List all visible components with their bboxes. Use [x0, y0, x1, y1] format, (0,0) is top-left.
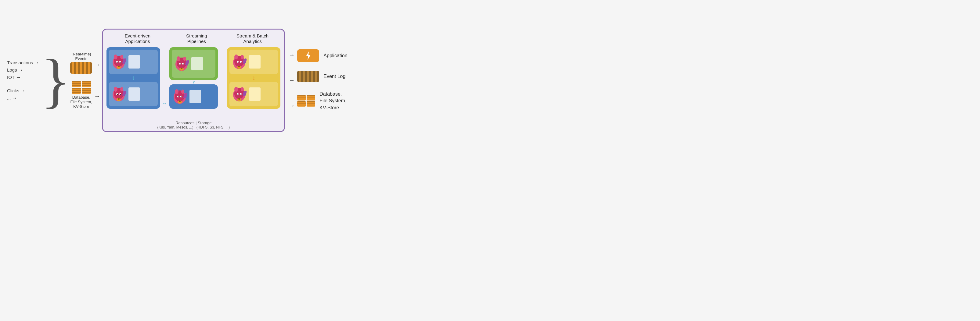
- application-label: Application: [323, 53, 347, 59]
- squirrel-icon-ed-bottom: [111, 85, 127, 103]
- arrow-out-mid: →: [289, 77, 295, 84]
- db-r-3: [307, 95, 315, 101]
- cell-sp-top: [172, 50, 215, 77]
- cell-grid: ↕: [107, 47, 280, 109]
- db-r-1: [297, 95, 306, 101]
- input-row-logs: Logs →: [7, 67, 39, 73]
- db-cyl-4: [82, 88, 91, 94]
- svg-point-13: [120, 87, 123, 92]
- storage-icon-sp: [191, 57, 203, 70]
- input-labels-column: Transactions → Logs → IOT → Clicks → ...…: [7, 60, 39, 101]
- col-streaming-wrapper: ↗: [169, 47, 218, 109]
- spacer1: [7, 82, 39, 86]
- arrow-to-box-top: →: [94, 61, 100, 68]
- storage-icon-an-top: [249, 55, 261, 68]
- svg-point-32: [175, 89, 178, 94]
- squirrel-icon-an-bottom: [231, 85, 247, 103]
- output-application: Application: [297, 49, 347, 62]
- resources-sub: (K8s, Yarn, Mesos, ...) | (HDFS, S3, NFS…: [103, 125, 284, 130]
- svg-point-52: [234, 87, 238, 92]
- database-group: Database,File System,KV-Store: [70, 81, 92, 109]
- lightning-icon: [305, 51, 311, 60]
- events-label: (Real-time)Events: [72, 52, 91, 61]
- streaming-label: StreamingPipelines: [186, 33, 207, 44]
- db-stack-r-col1: [297, 95, 306, 107]
- db-col1: [72, 81, 81, 94]
- diag-arrow: ↗: [191, 79, 196, 85]
- brace-symbol: }: [41, 50, 70, 111]
- horiz-arrow-12: ↔: [162, 101, 167, 106]
- header-streaming: StreamingPipelines: [175, 33, 218, 44]
- main-flink-box: Event-driven Applications StreamingPipel…: [102, 28, 285, 132]
- svg-point-16: [117, 94, 118, 95]
- dots-label: ...: [7, 95, 11, 101]
- col-streaming: [169, 47, 218, 80]
- arrow-dots: →: [12, 95, 17, 101]
- storage-icon-sp-bottom: [189, 90, 201, 103]
- output-database: Database,File System,KV-Store: [297, 91, 347, 111]
- svg-point-6: [117, 62, 118, 62]
- diag-hint: ↗: [169, 80, 218, 84]
- h-connector-1-2: ↔: [162, 47, 167, 109]
- svg-rect-39: [179, 101, 181, 102]
- svg-point-37: [181, 96, 182, 97]
- svg-rect-29: [181, 68, 183, 69]
- input-row-iot: IOT →: [7, 74, 39, 80]
- db-stack-r-col2: [307, 95, 315, 107]
- svg-point-7: [120, 62, 121, 62]
- col-analytics: ↕: [227, 47, 280, 109]
- arrow-to-box-bottom: →: [94, 93, 100, 100]
- header-stream-batch: Stream & BatchAnalytics: [231, 33, 274, 44]
- cell-ed-top: [109, 50, 158, 74]
- cell-an-bottom: [229, 82, 278, 106]
- storage-icon-ed-top: [129, 55, 140, 68]
- connector-arrows: → →: [94, 61, 100, 100]
- transactions-label: Transactions: [7, 60, 33, 65]
- svg-rect-59: [238, 98, 240, 100]
- cell-ed-bottom: [109, 82, 158, 106]
- svg-point-3: [120, 55, 123, 59]
- svg-point-57: [240, 94, 241, 95]
- vert-arrow-an: ↕: [252, 74, 255, 81]
- header-event-driven: Event-driven Applications: [113, 33, 162, 44]
- storage-icon-ed-bottom: [129, 87, 140, 101]
- svg-point-33: [181, 90, 184, 94]
- db-label-left: Database,File System,KV-Store: [70, 95, 92, 109]
- db-r-4: [307, 101, 315, 107]
- squirrel-icon-sp: [173, 55, 189, 72]
- event-log-icon: [70, 62, 92, 74]
- svg-point-42: [234, 55, 238, 59]
- logs-label: Logs: [7, 67, 17, 73]
- event-driven-label: Event-driven Applications: [125, 33, 150, 44]
- cell-sp-bottom-blue: [169, 84, 218, 109]
- db-r-2: [297, 101, 306, 107]
- v-connector-ed: ↕: [109, 76, 158, 80]
- event-log-right-icon: [297, 71, 319, 82]
- svg-point-2: [114, 55, 118, 59]
- svg-point-27: [183, 63, 184, 64]
- main-box-footer: Resources | Storage (K8s, Yarn, Mesos, .…: [103, 120, 284, 130]
- arrow-iot: →: [16, 74, 21, 80]
- db-col2: [82, 81, 91, 94]
- brace-column: }: [41, 41, 70, 120]
- svg-marker-60: [306, 51, 310, 60]
- db-cyl-2: [72, 88, 81, 94]
- db-right-label: Database,File System,KV-Store: [320, 91, 346, 111]
- arrow-logs: →: [18, 67, 23, 73]
- db-stack-right: [297, 95, 315, 107]
- db-cyl-3: [82, 81, 91, 87]
- svg-point-26: [180, 63, 181, 64]
- h-connector-2-3: [220, 47, 224, 109]
- svg-point-53: [241, 87, 244, 92]
- arrow-out-top: →: [289, 51, 295, 59]
- svg-rect-19: [118, 98, 119, 100]
- svg-point-12: [114, 87, 118, 92]
- squirrel-icon-ed-top: [111, 53, 127, 70]
- source-icons-column: (Real-time)Events: [70, 52, 92, 109]
- db-stack-left: [72, 81, 91, 94]
- stream-batch-label: Stream & BatchAnalytics: [237, 33, 269, 44]
- v-connector-an: ↕: [229, 76, 278, 80]
- svg-point-56: [237, 94, 238, 95]
- svg-point-47: [240, 62, 241, 62]
- col-event-driven: ↕: [107, 47, 160, 109]
